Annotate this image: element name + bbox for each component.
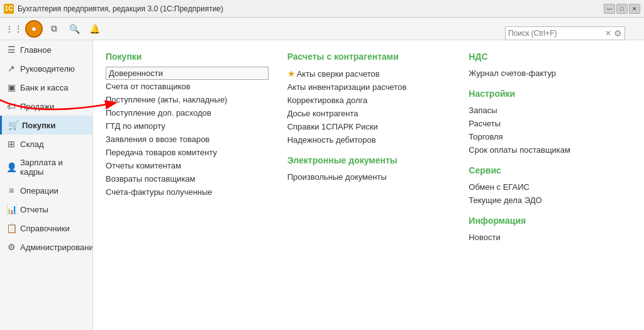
sidebar-item-pokupki[interactable]: 🛒 Покупки <box>0 116 92 135</box>
sidebar-item-otchety[interactable]: 📊 Отчеты <box>0 200 92 219</box>
close-btn[interactable]: ✕ <box>629 4 640 14</box>
item-vozvrat[interactable]: Возвраты поставщикам <box>106 172 269 185</box>
cart-icon: 🛒 <box>8 120 18 130</box>
operations-icon: ≡ <box>6 185 16 195</box>
bank-icon: ▣ <box>6 82 16 92</box>
item-peredacha[interactable]: Передача товаров комитенту <box>106 146 269 159</box>
item-scheta-postavshchikov[interactable]: Счета от поставщиков <box>106 80 269 93</box>
item-obmen-egais[interactable]: Обмен с ЕГАИС <box>469 180 631 194</box>
sales-icon: 🏷 <box>6 101 16 111</box>
item-dose[interactable]: Досье контрагента <box>287 107 450 120</box>
item-akty-inventarizacii[interactable]: Акты инвентаризации расчетов <box>287 80 450 94</box>
warehouse-icon: ⊞ <box>6 139 16 149</box>
sidebar-item-zarplata[interactable]: 👤 Зарплата и кадры <box>0 153 92 181</box>
sidebar-item-glavnoe[interactable]: ☰ Главное <box>0 40 92 59</box>
item-otchety-komitentam[interactable]: Отчеты комитентам <box>106 159 269 172</box>
search-bar[interactable]: ✕ ⚙ <box>505 26 625 40</box>
sidebar-item-operacii[interactable]: ≡ Операции <box>0 181 92 200</box>
section-title-servis: Сервис <box>469 165 631 175</box>
item-srok-oplaty[interactable]: Срок оплаты поставщикам <box>469 143 631 157</box>
minimize-btn[interactable]: — <box>604 4 615 14</box>
maximize-btn[interactable]: □ <box>616 4 628 14</box>
section-title-raschety: Расчеты с контрагентами <box>287 52 450 62</box>
item-zhurnal[interactable]: Журнал счетов-фактур <box>469 67 631 80</box>
title-bar: 1С Бухгалтерия предприятия, редакция 3.0… <box>0 0 644 18</box>
section-title-pokupki: Покупки <box>106 52 269 62</box>
sidebar-item-bank[interactable]: ▣ Банк и касса <box>0 78 92 97</box>
copy-button[interactable]: ⧉ <box>45 20 63 38</box>
sidebar-label-bank: Банк и касса <box>20 83 69 92</box>
item-akty-sverki[interactable]: ★Акты сверки расчетов <box>287 67 450 80</box>
person-icon: 👤 <box>6 162 16 172</box>
sidebar-label-operacii: Операции <box>20 186 58 195</box>
references-icon: 📋 <box>6 223 16 233</box>
arrow-icon: ↗ <box>6 63 16 74</box>
app-icon: 1С <box>4 4 14 14</box>
item-postuplenie-dop[interactable]: Поступление доп. расходов <box>106 106 269 119</box>
main-layout: ☰ Главное ↗ Руководителю ▣ Банк и касса … <box>0 40 644 330</box>
sidebar-item-prodazhi[interactable]: 🏷 Продажи <box>0 97 92 116</box>
search-clear-icon[interactable]: ✕ <box>605 29 611 38</box>
item-scheta-faktury[interactable]: Счета-фактуры полученные <box>106 185 269 199</box>
section-title-info: Информация <box>469 216 631 226</box>
sidebar-label-otchety: Отчеты <box>20 205 48 214</box>
sidebar-label-zarplata: Зарплата и кадры <box>20 158 86 177</box>
item-novosti[interactable]: Новости <box>469 231 631 244</box>
section-title-nastroyki: Настройки <box>469 89 631 99</box>
sidebar-item-rukovoditelyu[interactable]: ↗ Руководителю <box>0 59 92 78</box>
search-settings-icon[interactable]: ⚙ <box>614 28 622 38</box>
item-postuplenie-nakl[interactable]: Поступление (акты, накладные) <box>106 93 269 106</box>
sidebar-item-administrirovanie[interactable]: ⚙ Администрирование <box>0 238 92 256</box>
grid-button[interactable]: ⋮⋮ <box>5 20 23 38</box>
item-proisvolnye[interactable]: Произвольные документы <box>287 170 450 184</box>
sidebar-item-spravochniki[interactable]: 📋 Справочники <box>0 219 92 238</box>
item-tekuschie-dela[interactable]: Текущие дела ЭДО <box>469 194 631 207</box>
item-nadezhnost[interactable]: Надежность дебиторов <box>287 133 450 146</box>
section-title-eldoc: Электронные документы <box>287 155 450 165</box>
title-text: Бухгалтерия предприятия, редакция 3.0 (1… <box>18 4 604 13</box>
section-title-nds: НДС <box>469 52 631 62</box>
search-button[interactable]: 🔍 <box>65 20 83 38</box>
column-nds: НДС Журнал счетов-фактур Настройки Запас… <box>469 49 631 244</box>
sidebar-label-rukovoditelyu: Руководителю <box>20 64 75 74</box>
item-korrektir-dolga[interactable]: Корректировка долга <box>287 94 450 107</box>
sidebar-label-sklad: Склад <box>20 140 44 149</box>
window-controls[interactable]: — □ ✕ <box>604 4 640 14</box>
sidebar-label-prodazhi: Продажи <box>20 102 54 111</box>
star-icon: ★ <box>287 69 296 79</box>
content-area: Покупки Доверенности Счета от поставщико… <box>93 40 644 330</box>
sidebar-label-pokupki: Покупки <box>22 121 55 130</box>
search-input[interactable] <box>508 29 602 38</box>
item-doverennosti[interactable]: Доверенности <box>106 67 269 80</box>
item-spravki-spark[interactable]: Справки 1СПАРК Риски <box>287 120 450 133</box>
column-pokupki: Покупки Доверенности Счета от поставщико… <box>106 49 269 244</box>
item-torgovlya[interactable]: Торговля <box>469 130 631 143</box>
item-zayavleniya[interactable]: Заявления о ввозе товаров <box>106 133 269 146</box>
sidebar-label-administrirovanie: Администрирование <box>20 243 93 252</box>
item-raschety-set[interactable]: Расчеты <box>469 117 631 130</box>
item-gtd[interactable]: ГТД по импорту <box>106 119 269 133</box>
item-zapasy[interactable]: Запасы <box>469 104 631 117</box>
column-raschety: Расчеты с контрагентами ★Акты сверки рас… <box>287 49 450 244</box>
admin-icon: ⚙ <box>6 242 16 252</box>
sidebar-item-sklad[interactable]: ⊞ Склад <box>0 135 92 153</box>
home-button[interactable]: ● <box>25 20 43 38</box>
sidebar-label-spravochniki: Справочники <box>20 224 70 233</box>
menu-icon: ☰ <box>6 45 16 55</box>
sidebar: ☰ Главное ↗ Руководителю ▣ Банк и касса … <box>0 40 93 330</box>
bell-button[interactable]: 🔔 <box>86 20 103 38</box>
sidebar-label-glavnoe: Главное <box>20 45 52 55</box>
content-columns: Покупки Доверенности Счета от поставщико… <box>106 49 631 244</box>
reports-icon: 📊 <box>6 204 16 214</box>
